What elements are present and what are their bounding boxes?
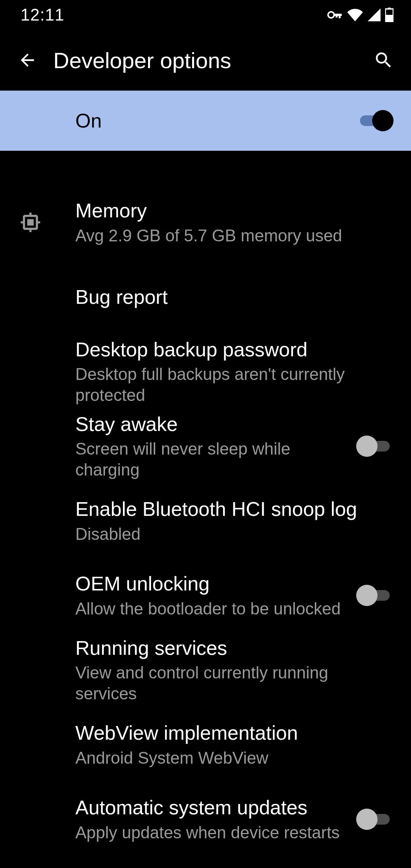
app-bar: Developer options bbox=[0, 30, 411, 91]
list-item-oem-unlocking[interactable]: OEM unlocking Allow the bootloader to be… bbox=[0, 558, 411, 633]
list-item-system-ui-demo-mode[interactable]: System UI demo mode bbox=[0, 857, 411, 868]
svg-rect-2 bbox=[339, 14, 341, 18]
master-toggle-label: On bbox=[75, 109, 356, 132]
text-col: Bug report bbox=[75, 285, 393, 309]
item-subtitle: Allow the bootloader to be unlocked bbox=[75, 598, 349, 619]
page-title: Developer options bbox=[53, 48, 371, 73]
list-item-webview-implementation[interactable]: WebView implementation Android System We… bbox=[0, 707, 411, 782]
item-subtitle: Screen will never sleep while charging bbox=[75, 438, 349, 480]
text-col: Enable Bluetooth HCI snoop log Disabled bbox=[75, 497, 393, 544]
item-title: Memory bbox=[75, 199, 386, 222]
list-item-memory[interactable]: Memory Avg 2.9 GB of 5.7 GB memory used bbox=[0, 185, 411, 260]
cell-signal-icon bbox=[368, 8, 381, 21]
automatic-updates-switch[interactable] bbox=[356, 809, 393, 830]
switch-thumb bbox=[372, 110, 393, 131]
switch-thumb bbox=[356, 436, 378, 457]
item-title: Bug report bbox=[75, 285, 386, 309]
status-icons bbox=[327, 8, 393, 22]
svg-point-0 bbox=[328, 12, 334, 18]
memory-chip-icon bbox=[18, 209, 43, 235]
battery-icon bbox=[385, 8, 393, 22]
text-col: Stay awake Screen will never sleep while… bbox=[75, 412, 356, 480]
arrow-back-icon bbox=[18, 50, 37, 70]
oem-unlocking-switch[interactable] bbox=[356, 585, 393, 606]
master-toggle-panel[interactable]: On bbox=[0, 91, 411, 151]
icon-slot bbox=[18, 209, 75, 235]
switch-thumb bbox=[356, 809, 378, 830]
stay-awake-switch[interactable] bbox=[356, 436, 393, 457]
list-item-bt-hci-snoop[interactable]: Enable Bluetooth HCI snoop log Disabled bbox=[0, 483, 411, 558]
wifi-icon bbox=[347, 8, 363, 21]
master-switch[interactable] bbox=[356, 110, 393, 131]
list-item-running-services[interactable]: Running services View and control curren… bbox=[0, 633, 411, 707]
switch-thumb bbox=[356, 585, 378, 606]
item-title: Desktop backup password bbox=[75, 338, 386, 361]
list-item-desktop-backup-password[interactable]: Desktop backup password Desktop full bac… bbox=[0, 334, 411, 409]
text-col: Memory Avg 2.9 GB of 5.7 GB memory used bbox=[75, 199, 393, 246]
list-item-stay-awake[interactable]: Stay awake Screen will never sleep while… bbox=[0, 409, 411, 483]
search-button[interactable] bbox=[371, 48, 396, 72]
text-col: Desktop backup password Desktop full bac… bbox=[75, 338, 393, 405]
svg-rect-3 bbox=[336, 14, 338, 18]
status-time: 12:11 bbox=[21, 5, 64, 24]
svg-rect-6 bbox=[386, 15, 393, 22]
text-col: OEM unlocking Allow the bootloader to be… bbox=[75, 572, 356, 619]
item-title: OEM unlocking bbox=[75, 572, 349, 595]
vpn-key-icon bbox=[327, 10, 342, 19]
item-title: Automatic system updates bbox=[75, 796, 349, 819]
text-col: Automatic system updates Apply updates w… bbox=[75, 796, 356, 842]
item-title: WebView implementation bbox=[75, 721, 386, 745]
list-item-bug-report[interactable]: Bug report bbox=[0, 260, 411, 334]
text-col: Running services View and control curren… bbox=[75, 636, 393, 704]
list-item-automatic-system-updates[interactable]: Automatic system updates Apply updates w… bbox=[0, 782, 411, 857]
back-button[interactable] bbox=[15, 48, 40, 72]
item-subtitle: Apply updates when device restarts bbox=[75, 822, 349, 843]
settings-list: Memory Avg 2.9 GB of 5.7 GB memory used … bbox=[0, 151, 411, 868]
status-bar: 12:11 bbox=[0, 0, 411, 30]
item-title: Enable Bluetooth HCI snoop log bbox=[75, 497, 386, 521]
item-title: Stay awake bbox=[75, 412, 349, 436]
item-title: Running services bbox=[75, 636, 386, 660]
search-icon bbox=[373, 50, 394, 70]
item-subtitle: Avg 2.9 GB of 5.7 GB memory used bbox=[75, 225, 386, 246]
text-col: WebView implementation Android System We… bbox=[75, 721, 393, 768]
item-subtitle: Disabled bbox=[75, 523, 386, 544]
item-subtitle: Android System WebView bbox=[75, 747, 386, 768]
item-subtitle: View and control currently running servi… bbox=[75, 662, 386, 704]
item-subtitle: Desktop full backups aren't currently pr… bbox=[75, 364, 386, 405]
